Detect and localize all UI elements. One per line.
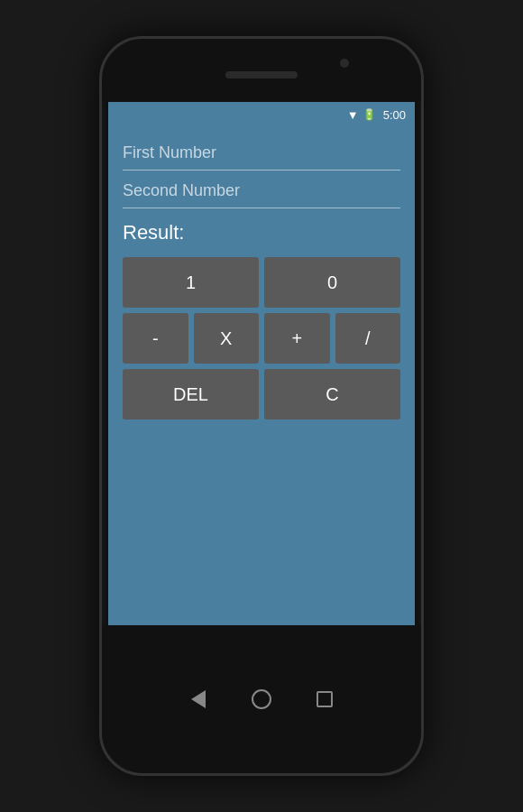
button-plus[interactable]: + — [264, 313, 330, 364]
battery-icon: 🔋 — [362, 108, 376, 121]
time-display: 5:00 — [383, 108, 406, 122]
status-bar: ▼ 🔋 5:00 — [108, 102, 415, 127]
button-multiply[interactable]: X — [194, 313, 260, 364]
phone-frame: ▼ 🔋 5:00 Result: 1 0 - X + / — [99, 36, 424, 776]
app-content: Result: 1 0 - X + / DEL C — [108, 127, 415, 625]
button-clear[interactable]: C — [264, 369, 400, 420]
wifi-icon: ▼ — [347, 108, 359, 122]
button-1[interactable]: 1 — [123, 257, 259, 308]
screen: ▼ 🔋 5:00 Result: 1 0 - X + / — [108, 102, 415, 625]
button-row-2: - X + / — [123, 313, 400, 364]
status-icons: ▼ 🔋 5:00 — [347, 108, 406, 122]
top-bezel — [102, 39, 421, 102]
home-icon — [252, 689, 271, 709]
back-icon — [191, 690, 206, 708]
button-delete[interactable]: DEL — [123, 369, 259, 420]
button-divide[interactable]: / — [335, 313, 401, 364]
button-minus[interactable]: - — [123, 313, 188, 364]
button-row-3: DEL C — [123, 369, 400, 420]
recent-icon — [317, 691, 333, 707]
speaker — [225, 71, 298, 78]
button-0[interactable]: 0 — [264, 257, 400, 308]
first-number-input[interactable] — [123, 136, 400, 171]
nav-recent-button[interactable] — [311, 686, 338, 713]
second-number-input[interactable] — [123, 174, 400, 208]
result-label: Result: — [123, 221, 400, 245]
button-row-1: 1 0 — [123, 257, 400, 308]
nav-back-button[interactable] — [185, 686, 212, 713]
nav-home-button[interactable] — [248, 686, 275, 713]
camera — [340, 59, 349, 68]
bottom-bezel — [102, 625, 421, 773]
